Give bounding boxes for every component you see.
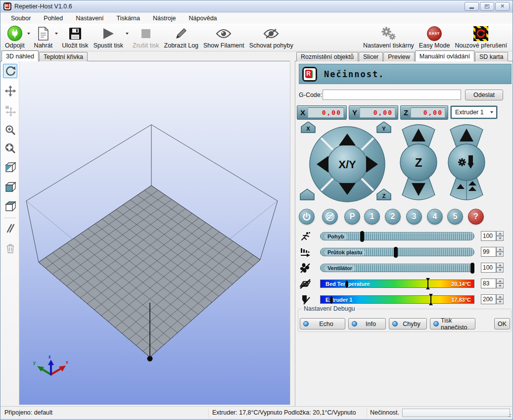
gcode-input[interactable] (323, 90, 461, 100)
debug-errors-button[interactable]: Chyby (389, 318, 427, 329)
toolbar: Odpojit Nahrát Uložit tisk (0, 24, 513, 51)
pan-view-tool[interactable] (3, 84, 17, 98)
parallel-projection-tool[interactable] (3, 221, 17, 235)
speed-slider[interactable]: Pohyb (320, 232, 474, 240)
send-gcode-button[interactable]: Odeslat (465, 90, 503, 100)
maximize-button[interactable] (480, 2, 494, 11)
view-isometric-tool[interactable] (3, 160, 17, 174)
extruder-temp-slider[interactable]: Extruder 1 17,83°C (320, 295, 474, 304)
show-log-button[interactable]: Zobrazit Log (162, 25, 201, 50)
bed-temp-current: 20,14°C (451, 281, 471, 287)
xy-jog-pad[interactable]: X/Y (310, 127, 385, 202)
preset-5-button[interactable]: 5 (447, 209, 463, 225)
save-print-button[interactable]: Uložit tisk (59, 25, 91, 50)
flow-spinner[interactable] (496, 247, 504, 257)
menu-nastroje[interactable]: Nástroje (146, 13, 183, 23)
preset-4-button[interactable]: 4 (427, 209, 443, 225)
bed-temp-slider[interactable]: Bed Temperature 20,14°C (320, 280, 474, 288)
menu-soubor[interactable]: Soubor (4, 13, 37, 23)
tab-sd-karta[interactable]: SD karta (475, 52, 508, 61)
bed-temp-set-marker[interactable] (425, 278, 431, 289)
dry-run-radio-icon (433, 321, 439, 327)
speed-spinner[interactable] (496, 231, 504, 241)
zoom-in-tool[interactable] (3, 123, 17, 137)
y-position-value: 0,00 (360, 107, 395, 118)
extruder-jog-control[interactable] (448, 125, 485, 200)
hide-travel-button[interactable]: Schovat pohyby (247, 25, 296, 50)
debug-echo-button[interactable]: Echo (300, 318, 345, 329)
extruder-temp-current: 17,83°C (451, 297, 471, 303)
extruder-temp-spinner[interactable] (496, 294, 504, 304)
right-tab-bar: Rozmístění objektů Slicer Preview Manuál… (296, 52, 508, 61)
start-print-button[interactable]: Spustit tisk (91, 25, 126, 50)
tab-slicer[interactable]: Slicer (359, 52, 383, 61)
show-filament-button[interactable]: Show Filament (201, 25, 247, 50)
preset-1-button[interactable]: 1 (364, 209, 380, 225)
fan-slider[interactable]: Ventilátor (320, 264, 474, 272)
manual-control-panel: Nečinnost. G-Code: Odeslat X 0,00 Y 0,00… (295, 61, 513, 406)
menu-nastaveni[interactable]: Nastavení (69, 13, 110, 23)
home-z-button[interactable]: Z (377, 189, 391, 200)
view-front-tool[interactable] (3, 180, 17, 194)
panel-splitter[interactable] (290, 61, 295, 405)
debug-ok-button[interactable]: OK (494, 318, 510, 329)
debug-info-button[interactable]: Info (348, 318, 386, 329)
close-button[interactable]: ✕ (495, 2, 510, 11)
preset-2-button[interactable]: 2 (385, 209, 401, 225)
flow-slider[interactable]: Průtok plastu (320, 248, 474, 256)
preset-3-button[interactable]: 3 (406, 209, 422, 225)
load-dropdown[interactable] (55, 25, 59, 50)
flow-slider-thumb[interactable] (394, 247, 398, 258)
tab-3d-nahled[interactable]: 3D náhled (1, 50, 39, 61)
tab-teplotni-krivka[interactable]: Teplotní křivka (39, 52, 88, 61)
fan-spinner[interactable] (496, 263, 504, 273)
flow-row: Průtok plastu 99 (295, 247, 513, 258)
connect-dropdown[interactable] (27, 25, 32, 50)
load-label: Nahrát (34, 42, 53, 49)
bed-temp-value[interactable]: 83 (481, 279, 496, 288)
view-top-tool[interactable] (3, 199, 17, 213)
emergency-stop-button[interactable]: Nouzové přerušení (452, 25, 510, 50)
fan-value[interactable]: 100 (481, 263, 496, 273)
help-button[interactable]: ? (468, 209, 484, 225)
bed-icon (299, 279, 312, 289)
menu-napoveda[interactable]: Nápověda (183, 13, 224, 23)
fan-row: Ventilátor 100 (295, 263, 513, 274)
dry-run-button[interactable]: Tisk nanečisto (430, 318, 475, 329)
home-x-button[interactable]: X (301, 122, 315, 133)
print-progress-bar (402, 409, 510, 417)
menu-tiskarna[interactable]: Tiskárna (110, 13, 146, 23)
park-button[interactable]: P (344, 209, 360, 225)
tab-manualni-ovladani[interactable]: Manuální ovládání (415, 50, 474, 61)
speed-slider-thumb[interactable] (360, 231, 364, 242)
load-button[interactable]: Nahrát (32, 25, 55, 50)
3d-viewport[interactable]: y z x (19, 61, 290, 405)
speed-value[interactable]: 100 (481, 231, 496, 241)
extruder-temp-value[interactable]: 200 (481, 294, 496, 304)
motors-off-button[interactable] (322, 209, 338, 225)
power-button[interactable] (299, 209, 315, 225)
fan-slider-thumb[interactable] (470, 263, 474, 274)
app-window: Repetier-Host V1.0.6 ✕ Soubor Pohled Nas… (0, 0, 513, 420)
connect-button[interactable]: Odpojit (2, 25, 27, 50)
flow-value[interactable]: 99 (481, 247, 496, 257)
home-y-button[interactable]: Y (377, 122, 391, 133)
gcode-label: G-Code: (299, 92, 322, 98)
show-filament-label: Show Filament (203, 42, 244, 49)
menu-pohled[interactable]: Pohled (37, 13, 69, 23)
minimize-button[interactable] (465, 2, 479, 11)
rotate-view-tool[interactable] (3, 64, 17, 78)
z-position-value: 0,00 (411, 107, 445, 118)
tab-preview[interactable]: Preview (383, 52, 414, 61)
tab-rozmisteni-objektu[interactable]: Rozmístění objektů (296, 52, 358, 61)
easy-mode-button[interactable]: EASY Easy Mode (417, 25, 453, 50)
bed-temp-spinner[interactable] (496, 279, 504, 288)
printer-settings-button[interactable]: Nastavení tiskárny (361, 25, 417, 50)
zoom-fit-tool[interactable] (3, 141, 17, 155)
z-jog-control[interactable]: Z (400, 125, 437, 200)
extruder-temp-set-marker[interactable] (428, 294, 434, 305)
extruder-select[interactable]: Extruder 1 (451, 106, 497, 119)
start-print-dropdown[interactable] (126, 25, 130, 50)
resize-grip[interactable] (508, 414, 512, 418)
home-all-button[interactable] (300, 189, 314, 200)
